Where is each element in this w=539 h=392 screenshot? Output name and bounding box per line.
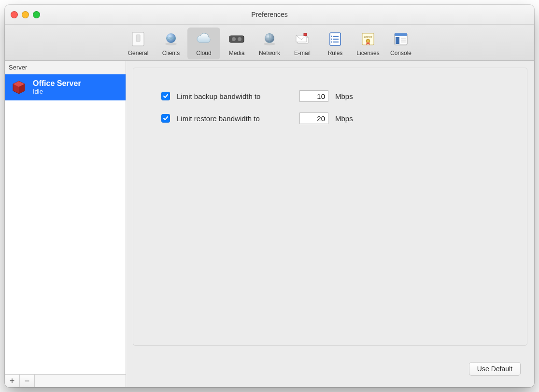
svg-point-5: [232, 37, 236, 41]
tab-clients[interactable]: Clients: [155, 28, 187, 59]
network-icon: [260, 29, 279, 49]
minus-icon: −: [25, 376, 30, 386]
backup-bandwidth-checkbox[interactable]: [161, 92, 170, 100]
server-list-item[interactable]: Office Server Idle: [5, 74, 126, 100]
restore-bandwidth-label: Limit restore bandwidth to: [177, 114, 293, 123]
check-icon: [163, 115, 169, 121]
server-name: Office Server: [33, 79, 81, 88]
server-text: Office Server Idle: [33, 79, 81, 95]
svg-rect-4: [229, 36, 244, 42]
minimize-window-button[interactable]: [22, 11, 29, 18]
tab-email[interactable]: E-mail: [286, 28, 319, 59]
sidebar-footer: + −: [5, 374, 126, 387]
restore-bandwidth-checkbox[interactable]: [161, 114, 170, 123]
cloud-settings-panel: Limit backup bandwidth to Mbps Limit res…: [133, 68, 527, 346]
server-cube-icon: [11, 79, 27, 96]
zoom-window-button[interactable]: [33, 11, 40, 18]
tab-label: E-mail: [286, 50, 319, 56]
use-default-button[interactable]: Use Default: [469, 362, 521, 376]
backup-bandwidth-unit: Mbps: [335, 92, 353, 100]
clients-icon: [161, 29, 181, 49]
tab-rules[interactable]: Rules: [319, 28, 352, 59]
tab-label: Media: [220, 50, 253, 56]
restore-bandwidth-row: Limit restore bandwidth to Mbps: [161, 112, 527, 124]
tab-network[interactable]: Network: [253, 28, 286, 59]
licenses-icon: License: [358, 29, 378, 49]
backup-bandwidth-input[interactable]: [299, 90, 328, 102]
tab-label: Console: [384, 50, 417, 56]
tab-label: Rules: [319, 50, 352, 56]
preferences-toolbar: General Clients: [5, 25, 534, 61]
tab-cloud[interactable]: Cloud: [187, 28, 220, 59]
tab-label: Network: [253, 50, 286, 56]
remove-server-button[interactable]: −: [20, 375, 35, 387]
rules-icon: [326, 29, 345, 49]
restore-bandwidth-unit: Mbps: [335, 114, 353, 123]
svg-text:License: License: [364, 35, 372, 38]
close-window-button[interactable]: [11, 11, 18, 18]
tab-label: Licenses: [352, 50, 384, 56]
tab-general[interactable]: General: [122, 28, 155, 59]
svg-rect-23: [395, 33, 407, 36]
svg-point-21: [366, 39, 370, 43]
preferences-window: Preferences General: [5, 5, 534, 387]
window-title: Preferences: [5, 11, 534, 18]
tab-label: Clients: [155, 50, 187, 56]
content-area: Limit backup bandwidth to Mbps Limit res…: [126, 61, 534, 387]
svg-rect-11: [304, 33, 307, 36]
server-sidebar: Server Office Server Idle +: [5, 61, 126, 387]
general-icon: [128, 29, 148, 49]
svg-rect-24: [396, 37, 399, 44]
add-server-button[interactable]: +: [5, 375, 20, 387]
svg-point-18: [331, 42, 332, 43]
svg-point-6: [238, 37, 241, 41]
restore-bandwidth-input[interactable]: [299, 112, 328, 124]
email-icon: [293, 29, 312, 49]
svg-point-17: [331, 39, 332, 40]
svg-rect-1: [136, 35, 140, 42]
backup-bandwidth-label: Limit backup bandwidth to: [177, 92, 293, 100]
svg-point-16: [331, 36, 332, 37]
titlebar: Preferences: [5, 5, 534, 25]
backup-bandwidth-row: Limit backup bandwidth to Mbps: [161, 90, 527, 102]
console-icon: [391, 29, 411, 49]
tab-licenses[interactable]: License Licenses: [352, 28, 384, 59]
tab-console[interactable]: Console: [384, 28, 417, 59]
server-status: Idle: [33, 88, 81, 96]
plus-icon: +: [10, 376, 15, 386]
tab-label: Cloud: [187, 50, 220, 56]
cloud-icon: [194, 29, 213, 49]
tab-media[interactable]: Media: [220, 28, 253, 59]
sidebar-header: Server: [5, 61, 126, 74]
window-controls: [11, 11, 40, 18]
check-icon: [163, 93, 169, 99]
media-icon: [227, 29, 246, 49]
tab-label: General: [122, 50, 155, 56]
